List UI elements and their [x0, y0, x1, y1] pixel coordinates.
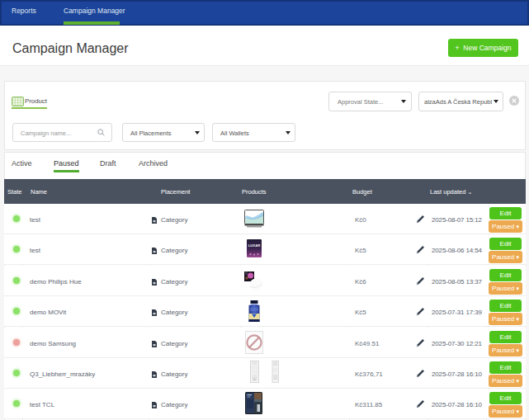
- svg-text:LUXAR: LUXAR: [248, 243, 260, 248]
